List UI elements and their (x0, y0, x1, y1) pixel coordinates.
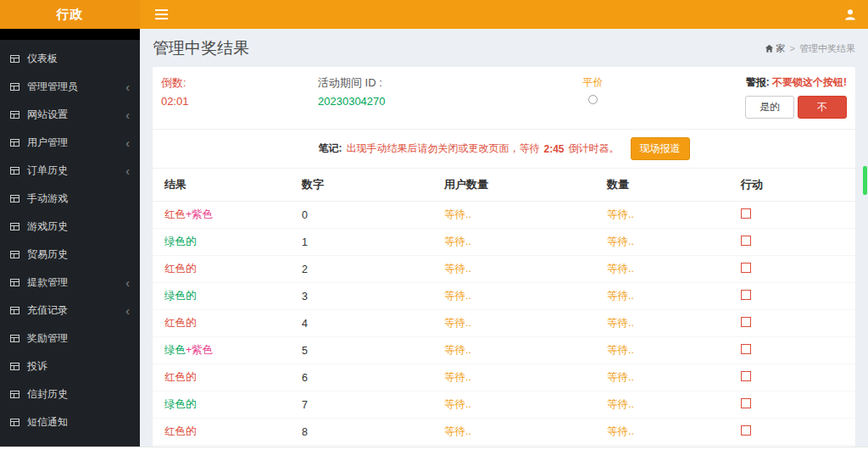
result-cell: 绿色的 (153, 391, 297, 419)
col-header-amount: 数量 (602, 169, 736, 202)
chevron-left-icon: ‹ (125, 111, 130, 119)
result-text: +紫色 (186, 344, 213, 356)
sidebar-item[interactable]: 管理管理员‹ (0, 73, 140, 101)
no-button[interactable]: 不 (798, 96, 847, 119)
live-report-button[interactable]: 现场报道 (631, 137, 690, 160)
parity-label: 平价 (551, 75, 635, 90)
sidebar-item[interactable]: 订单历史‹ (0, 157, 140, 185)
chevron-left-icon: ‹ (125, 279, 130, 287)
sidebar-item[interactable]: 网站设置‹ (0, 101, 140, 129)
col-header-users: 用户数量 (439, 169, 602, 202)
sidebar-item-label: 用户管理 (27, 136, 68, 150)
result-cell: 绿色的 (153, 283, 297, 310)
brand-title[interactable]: 行政 (0, 0, 140, 29)
menu-grid-icon (10, 55, 19, 63)
user-menu-button[interactable] (844, 8, 856, 20)
sidebar-item[interactable]: 手动游戏 (0, 185, 140, 213)
col-header-action: 行动 (736, 169, 855, 202)
period-label: 活动期间 ID : (318, 75, 551, 91)
sidebar-item[interactable]: 用户管理‹ (0, 129, 140, 157)
result-cell: 红色的 (153, 419, 297, 446)
countdown-value: 02:01 (161, 95, 318, 108)
action-checkbox[interactable] (741, 208, 751, 219)
action-cell (736, 337, 855, 364)
action-checkbox[interactable] (741, 317, 751, 327)
sidebar: 仪表板管理管理员‹网站设置‹用户管理‹订单历史‹手动游戏游戏历史贸易历史提款管理… (0, 29, 140, 447)
result-text: 红色的 (164, 263, 197, 275)
sidebar-item[interactable]: 短信通知 (0, 408, 140, 436)
sidebar-item-label: 订单历史 (27, 164, 68, 178)
content-header: 管理中奖结果 家 > 管理中奖结果 (153, 36, 855, 67)
chevron-left-icon: ‹ (125, 139, 130, 147)
users-cell: 等待.. (439, 256, 602, 283)
menu-grid-icon (10, 251, 19, 258)
sidebar-item[interactable]: 贸易历史 (0, 241, 140, 269)
sidebar-item[interactable]: 信封历史 (0, 380, 140, 408)
result-text: 红色 (164, 208, 186, 220)
menu-grid-icon (10, 83, 19, 91)
sidebar-item[interactable]: 投诉 (0, 352, 140, 380)
sidebar-item-label: 信封历史 (27, 387, 68, 402)
amount-cell: 等待.. (602, 202, 736, 229)
note-timer: 2:45 (543, 143, 564, 155)
info-row: 倒数: 02:01 活动期间 ID : 20230304270 平价 警报: 不… (153, 67, 855, 130)
users-cell: 等待.. (439, 364, 602, 391)
action-cell (736, 256, 855, 283)
sidebar-item[interactable]: 奖励管理 (0, 325, 140, 352)
sidebar-item[interactable]: 游戏历史 (0, 213, 140, 241)
menu-grid-icon (10, 111, 19, 119)
action-checkbox[interactable] (741, 290, 751, 300)
sidebar-item-label: 网站设置 (27, 108, 68, 122)
parity-radio[interactable] (588, 95, 598, 104)
action-cell (736, 391, 855, 419)
sidebar-item[interactable]: 充值记录‹ (0, 297, 140, 325)
amount-cell: 等待.. (602, 419, 736, 446)
result-text: 绿色 (164, 344, 186, 356)
number-cell: 0 (297, 202, 439, 229)
user-icon (844, 8, 856, 20)
result-cell: 红色的 (153, 256, 297, 283)
action-checkbox[interactable] (741, 398, 751, 408)
sidebar-item[interactable]: 仪表板 (0, 45, 140, 73)
period-block: 活动期间 ID : 20230304270 (318, 75, 551, 119)
sidebar-top-strip (0, 29, 140, 40)
action-checkbox[interactable] (741, 236, 751, 246)
sidebar-item-label: 充值记录 (27, 303, 68, 318)
sidebar-item-label: 提款管理 (27, 275, 68, 290)
page-footer (0, 447, 868, 455)
users-cell: 等待.. (439, 419, 602, 446)
number-cell: 7 (297, 391, 439, 419)
amount-cell: 等待.. (602, 256, 736, 283)
parity-block: 平价 (551, 75, 635, 119)
yes-button[interactable]: 是的 (745, 96, 794, 119)
breadcrumb-home-link[interactable]: 家 (765, 42, 786, 55)
sidebar-item-label: 贸易历史 (27, 247, 68, 262)
sidebar-item-label: 管理管理员 (27, 80, 78, 94)
amount-cell: 等待.. (602, 283, 736, 310)
sidebar-item[interactable]: 提款管理‹ (0, 269, 140, 297)
number-cell: 1 (297, 229, 439, 256)
results-table-body: 红色+紫色0等待..等待..绿色的1等待..等待..红色的2等待..等待..绿色… (153, 202, 855, 447)
sidebar-item-label: 奖励管理 (27, 331, 68, 346)
action-checkbox[interactable] (741, 263, 751, 273)
alert-line: 警报: 不要锁这个按钮! (635, 75, 847, 90)
breadcrumb: 家 > 管理中奖结果 (765, 42, 855, 55)
menu-grid-icon (10, 307, 19, 314)
sidebar-menu: 仪表板管理管理员‹网站设置‹用户管理‹订单历史‹手动游戏游戏历史贸易历史提款管理… (0, 45, 140, 436)
table-row: 红色的4等待..等待.. (153, 310, 855, 337)
hamburger-menu-icon[interactable] (152, 6, 171, 23)
alert-text: 不要锁这个按钮! (772, 76, 847, 88)
table-row: 绿色+紫色5等待..等待.. (153, 337, 855, 364)
action-checkbox[interactable] (741, 425, 751, 436)
users-cell: 等待.. (439, 337, 602, 364)
action-checkbox[interactable] (741, 371, 751, 381)
topnav (140, 0, 868, 29)
breadcrumb-current: 管理中奖结果 (799, 42, 855, 55)
menu-grid-icon (10, 391, 19, 398)
col-header-result: 结果 (153, 169, 297, 202)
scrollbar-thumb[interactable] (863, 166, 867, 195)
action-checkbox[interactable] (741, 344, 751, 354)
result-cell: 红色的 (153, 310, 297, 337)
amount-cell: 等待.. (602, 229, 736, 256)
countdown-label: 倒数: (161, 75, 318, 91)
